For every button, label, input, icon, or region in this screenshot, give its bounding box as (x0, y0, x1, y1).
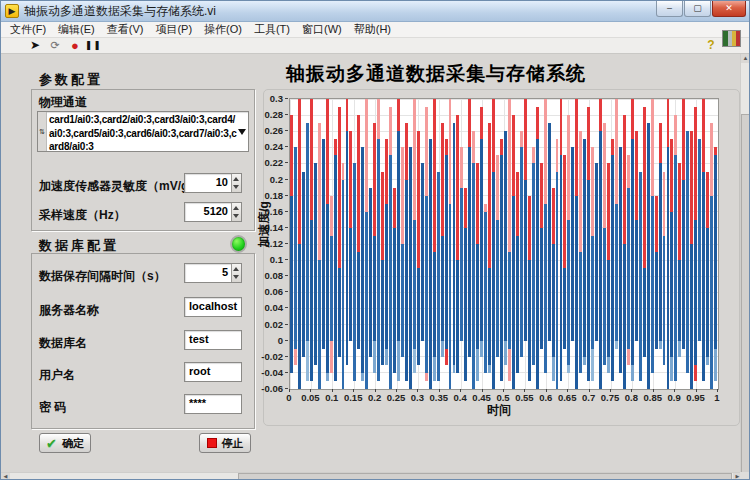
y-tick-label: 0.04 (249, 302, 283, 313)
y-axis-label: 加速度/g (256, 201, 273, 248)
x-tick-label: 1 (702, 392, 732, 403)
password-label: 密 码 (39, 399, 66, 416)
x-tick-mark (289, 389, 290, 392)
x-tick-mark (696, 389, 697, 392)
y-tick-mark (285, 372, 288, 373)
database-input[interactable]: test (184, 330, 242, 350)
close-button[interactable]: ✕ (712, 1, 746, 17)
x-tick-mark (353, 389, 354, 392)
save-interval-value: 5 (222, 266, 228, 278)
menu-item-4[interactable]: 项目(P) (149, 21, 198, 38)
sensitivity-label: 加速度传感器灵敏度（mV/g） (39, 178, 200, 195)
y-tick-mark (285, 259, 288, 260)
y-tick-mark (285, 324, 288, 325)
param-section-title: 参数配置 (39, 71, 103, 89)
io-selector-icon[interactable]: ⇅ (38, 112, 47, 151)
toolbar: ➤ ⟳ ● ❚❚ ? (1, 38, 750, 54)
y-tick-mark (285, 356, 288, 357)
y-tick-label: 0.02 (249, 319, 283, 330)
x-tick-mark (524, 389, 525, 392)
y-tick-mark (285, 243, 288, 244)
ok-button[interactable]: ✔ 确定 (39, 433, 91, 453)
horizontal-scroll-thumb[interactable] (238, 473, 732, 480)
chevron-down-icon[interactable] (238, 129, 246, 135)
stop-button[interactable]: 停止 (199, 433, 251, 453)
y-tick-mark (285, 275, 288, 276)
x-tick-mark (546, 389, 547, 392)
physical-channel-combo[interactable]: ⇅ card1/ai0:3,card2/ai0:3,card3/ai0:3,ca… (37, 111, 249, 152)
save-interval-label: 数据保存间隔时间（s） (39, 268, 166, 285)
db-status-led (230, 235, 247, 253)
y-tick-label: 0.08 (249, 270, 283, 281)
run-icon[interactable]: ➤ (27, 38, 43, 53)
x-axis-label: 时间 (487, 402, 511, 419)
menu-bar: 文件(F)编辑(E)查看(V)项目(P)操作(O)工具(T)窗口(W)帮助(H) (1, 22, 750, 38)
menu-item-3[interactable]: 查看(V) (101, 21, 150, 38)
menu-item-8[interactable]: 帮助(H) (348, 21, 397, 38)
sample-rate-input[interactable]: 5120 (184, 202, 242, 222)
y-tick-mark (285, 340, 288, 341)
menu-item-2[interactable]: 编辑(E) (52, 21, 101, 38)
y-tick-mark (285, 98, 288, 99)
physical-channel-value: card1/ai0:3,card2/ai0:3,card3/ai0:3,card… (49, 113, 237, 152)
x-tick-mark (332, 389, 333, 392)
save-interval-stepper[interactable] (231, 264, 241, 282)
x-tick-mark (567, 389, 568, 392)
stop-button-label: 停止 (222, 436, 244, 451)
y-tick-mark (285, 388, 288, 389)
waveform-plot (289, 98, 719, 390)
sample-rate-label: 采样速度（Hz） (39, 207, 126, 224)
title-bar[interactable]: ▶ 轴振动多通道数据采集与存储系统.vi – ▢ ✕ (1, 1, 750, 22)
x-tick-mark (310, 389, 311, 392)
y-tick-mark (285, 227, 288, 228)
vi-icon[interactable] (722, 30, 741, 47)
y-tick-label: 0.26 (249, 125, 283, 136)
labview-window: ▶ 轴振动多通道数据采集与存储系统.vi – ▢ ✕ 文件(F)编辑(E)查看(… (0, 0, 750, 480)
y-tick-label: -0.02 (249, 351, 283, 362)
y-tick-mark (285, 211, 288, 212)
username-label: 用户名 (39, 367, 75, 384)
x-tick-mark (417, 389, 418, 392)
x-tick-mark (717, 389, 718, 392)
maximize-button[interactable]: ▢ (684, 1, 711, 17)
menu-item-7[interactable]: 窗口(W) (296, 21, 348, 38)
vertical-scroll-thumb[interactable] (741, 114, 750, 474)
waveform-svg (290, 99, 718, 389)
y-tick-mark (285, 179, 288, 180)
server-label: 服务器名称 (39, 302, 99, 319)
vertical-scrollbar[interactable]: ▲ (740, 54, 749, 474)
scroll-left-icon[interactable]: ◀ (1, 473, 10, 480)
password-input[interactable]: **** (184, 394, 242, 414)
y-tick-mark (285, 146, 288, 147)
x-tick-mark (503, 389, 504, 392)
abort-icon[interactable]: ● (67, 38, 83, 53)
y-tick-label: 0 (249, 335, 283, 346)
pause-icon[interactable]: ❚❚ (85, 38, 101, 53)
x-tick-mark (610, 389, 611, 392)
run-continuous-icon[interactable]: ⟳ (47, 38, 63, 53)
horizontal-scrollbar[interactable]: ◀ ▶ (1, 472, 742, 479)
y-tick-mark (285, 114, 288, 115)
save-interval-input[interactable]: 5 (184, 263, 242, 283)
y-tick-mark (285, 291, 288, 292)
username-input[interactable]: root (184, 362, 242, 382)
y-tick-label: 0.1 (249, 254, 283, 265)
y-tick-mark (285, 130, 288, 131)
check-icon: ✔ (46, 436, 57, 451)
x-tick-mark (589, 389, 590, 392)
stop-square-icon (207, 438, 217, 448)
minimize-button[interactable]: – (656, 1, 683, 17)
sensitivity-stepper[interactable] (231, 174, 241, 192)
ok-button-label: 确定 (62, 436, 84, 451)
sensitivity-value: 10 (216, 176, 228, 188)
menu-item-6[interactable]: 工具(T) (248, 21, 296, 38)
menu-item-5[interactable]: 操作(O) (198, 21, 248, 38)
sample-rate-stepper[interactable] (231, 203, 241, 221)
x-tick-mark (653, 389, 654, 392)
window-title: 轴振动多通道数据采集与存储系统.vi (24, 3, 216, 20)
menu-item-1[interactable]: 文件(F) (4, 21, 52, 38)
help-icon[interactable]: ? (703, 38, 719, 53)
scroll-up-icon[interactable]: ▲ (741, 54, 750, 63)
sensitivity-input[interactable]: 10 (184, 173, 242, 193)
server-input[interactable]: localhost (184, 297, 242, 317)
